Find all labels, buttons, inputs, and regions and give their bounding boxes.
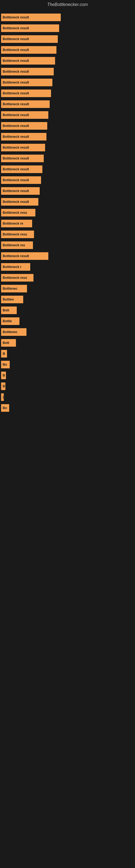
bar-label-24: Bottleneck r: [3, 265, 21, 269]
bar-row: Bottle: [0, 316, 135, 327]
bar-row: Bottleneck resu: [0, 207, 135, 218]
bar-row: Bottleneck result: [0, 88, 135, 99]
bar-row: Bottleneck result: [0, 153, 135, 164]
bottleneck-bar-35[interactable]: B: [1, 382, 5, 390]
bottleneck-bar-2[interactable]: Bottleneck result: [1, 24, 59, 32]
bar-label-3: Bottleneck result: [3, 37, 29, 41]
bar-row: Bottleneck result: [0, 164, 135, 175]
bottleneck-bar-15[interactable]: Bottleneck result: [1, 165, 42, 173]
bar-label-7: Bottleneck result: [3, 81, 29, 84]
bottleneck-bar-18[interactable]: Bottleneck result: [1, 198, 38, 206]
bar-label-17: Bottleneck result: [3, 189, 29, 193]
bar-label-20: Bottleneck re: [3, 222, 23, 225]
bar-row: Bottleneck result: [0, 186, 135, 196]
bar-label-30: Bottlenec: [3, 330, 17, 334]
bottleneck-bar-22[interactable]: Bottleneck res: [1, 241, 33, 249]
bar-label-2: Bottleneck result: [3, 26, 29, 30]
bottleneck-bar-14[interactable]: Bottleneck result: [1, 155, 44, 162]
bottleneck-bar-23[interactable]: Bottleneck result: [1, 252, 48, 260]
bar-label-16: Bottleneck result: [3, 178, 29, 182]
bar-row: Bottleneck result: [0, 55, 135, 66]
bar-label-13: Bottleneck result: [3, 146, 29, 150]
bottleneck-bar-8[interactable]: Bottleneck result: [1, 90, 51, 97]
bar-label-8: Bottleneck result: [3, 91, 29, 95]
bar-row: Bottleneck result: [0, 110, 135, 120]
bottleneck-bar-4[interactable]: Bottleneck result: [1, 46, 56, 54]
bottleneck-bar-3[interactable]: Bottleneck result: [1, 35, 58, 43]
bar-label-36: |: [3, 395, 3, 399]
bar-row: Bottleneck result: [0, 142, 135, 153]
bar-row: Bottleneck r: [0, 261, 135, 272]
bottleneck-bar-24[interactable]: Bottleneck r: [1, 263, 30, 271]
bar-label-25: Bottleneck resu: [3, 276, 27, 280]
bar-row: Bottleneck resu: [0, 272, 135, 283]
bottleneck-bar-19[interactable]: Bottleneck resu: [1, 209, 35, 216]
bar-row: Bott: [0, 305, 135, 316]
bar-row: B: [0, 370, 135, 381]
bar-row: Bottlenec: [0, 327, 135, 337]
bar-label-22: Bottleneck res: [3, 243, 25, 247]
bar-row: Bottleneck result: [0, 44, 135, 55]
bar-label-35: B: [3, 384, 5, 388]
bottleneck-bar-29[interactable]: Bottle: [1, 317, 19, 325]
bars-container: Bottleneck resultBottleneck resultBottle…: [0, 9, 135, 416]
bar-label-11: Bottleneck result: [3, 124, 29, 128]
bottleneck-bar-32[interactable]: B: [1, 350, 7, 358]
bottleneck-bar-31[interactable]: Bott: [1, 339, 16, 347]
bar-label-1: Bottleneck result: [3, 16, 29, 19]
bar-row: Bottleneck result: [0, 196, 135, 207]
bar-row: Bo: [0, 359, 135, 370]
bar-label-33: Bo: [3, 363, 7, 367]
bar-row: B: [0, 381, 135, 392]
bar-row: Bottleneck result: [0, 175, 135, 186]
bottleneck-bar-12[interactable]: Bottleneck result: [1, 133, 46, 141]
bottleneck-bar-30[interactable]: Bottlenec: [1, 328, 27, 336]
bottleneck-bar-28[interactable]: Bott: [1, 307, 17, 314]
bar-label-18: Bottleneck result: [3, 200, 29, 204]
bottleneck-bar-25[interactable]: Bottleneck resu: [1, 274, 34, 282]
bar-label-14: Bottleneck result: [3, 156, 29, 160]
bar-label-34: B: [3, 373, 5, 377]
bottleneck-bar-1[interactable]: Bottleneck result: [1, 13, 61, 21]
bottleneck-bar-9[interactable]: Bottleneck result: [1, 100, 50, 108]
bottleneck-bar-33[interactable]: Bo: [1, 361, 10, 368]
bottleneck-bar-16[interactable]: Bottleneck result: [1, 176, 41, 184]
bar-row: Bottleneck re: [0, 218, 135, 229]
bar-label-31: Bott: [3, 341, 9, 345]
bar-row: |: [0, 392, 135, 403]
bar-row: Bottleneck result: [0, 251, 135, 261]
bottleneck-bar-36[interactable]: |: [1, 393, 4, 401]
bottleneck-bar-10[interactable]: Bottleneck result: [1, 111, 48, 119]
bottleneck-bar-11[interactable]: Bottleneck result: [1, 122, 47, 130]
bar-label-26: Bottlenec: [3, 287, 17, 290]
bar-row: Bottlen: [0, 294, 135, 305]
bottleneck-bar-5[interactable]: Bottleneck result: [1, 57, 55, 65]
bottleneck-bar-7[interactable]: Bottleneck result: [1, 79, 52, 86]
bar-row: Bott: [0, 337, 135, 348]
bar-label-28: Bott: [3, 308, 9, 312]
bottleneck-bar-26[interactable]: Bottlenec: [1, 285, 27, 292]
bottleneck-bar-37[interactable]: Bo: [1, 404, 9, 412]
site-title: TheBottlenecker.com: [0, 0, 135, 9]
bottleneck-bar-21[interactable]: Bottleneck resu: [1, 230, 34, 238]
bar-row: Bottleneck result: [0, 34, 135, 44]
bar-row: Bottleneck resu: [0, 229, 135, 240]
bar-label-37: Bo: [3, 406, 7, 410]
bottleneck-bar-17[interactable]: Bottleneck result: [1, 187, 40, 195]
bar-label-5: Bottleneck result: [3, 59, 29, 63]
bottleneck-bar-13[interactable]: Bottleneck result: [1, 144, 45, 151]
bottleneck-bar-27[interactable]: Bottlen: [1, 296, 23, 303]
bar-row: Bottlenec: [0, 283, 135, 294]
bar-label-29: Bottle: [3, 319, 12, 323]
bar-label-15: Bottleneck result: [3, 167, 29, 171]
bar-label-12: Bottleneck result: [3, 135, 29, 138]
bottleneck-bar-6[interactable]: Bottleneck result: [1, 68, 54, 75]
bar-row: Bottleneck result: [0, 120, 135, 131]
bar-label-19: Bottleneck resu: [3, 211, 27, 215]
bar-row: Bottleneck result: [0, 131, 135, 142]
bottleneck-bar-20[interactable]: Bottleneck re: [1, 220, 32, 227]
bottleneck-bar-34[interactable]: B: [1, 372, 6, 379]
bar-row: Bottleneck result: [0, 77, 135, 88]
bar-label-23: Bottleneck result: [3, 254, 29, 258]
bar-row: Bo: [0, 403, 135, 413]
